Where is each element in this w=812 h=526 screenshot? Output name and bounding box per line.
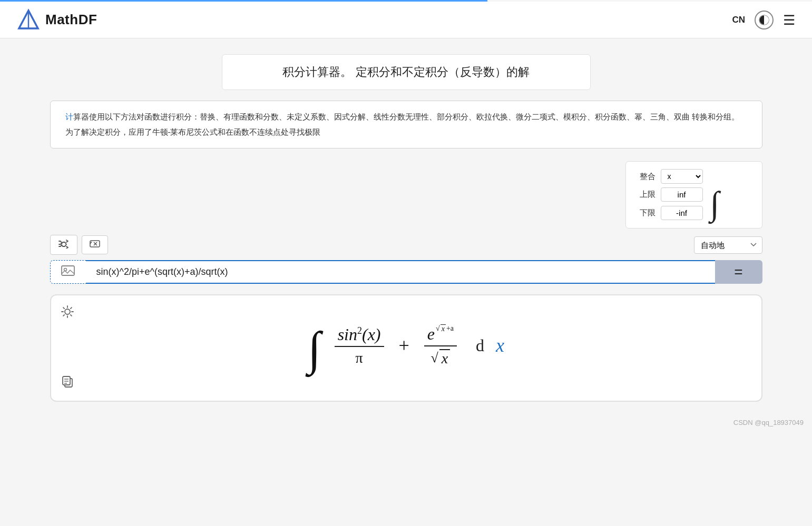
logo-text: MathDF — [45, 12, 97, 28]
sin-denominator: π — [353, 348, 366, 366]
svg-point-9 — [65, 309, 70, 314]
controls-area: 整合 x y t n 上限 下限 — [50, 161, 762, 229]
desc-text: 算器使用以下方法对函数进行积分：替换、有理函数和分数、未定义系数、因式分解、线性… — [65, 112, 739, 136]
limits-row: 上限 下限 ∫ — [637, 187, 751, 221]
result-settings-button[interactable] — [61, 305, 74, 322]
header-right: CN ☰ — [732, 11, 795, 29]
main-content: 积分计算器。 定积分和不定积分（反导数）的解 计算器使用以下方法对函数进行积分：… — [37, 38, 775, 414]
clear-icon — [90, 240, 100, 250]
expression-input[interactable] — [86, 260, 715, 284]
description-box: 计算器使用以下方法对函数进行积分：替换、有理函数和分数、未定义系数、因式分解、线… — [50, 101, 762, 148]
logo-icon — [17, 8, 40, 32]
upper-limit-row: 上限 — [637, 187, 703, 202]
clear-button[interactable] — [82, 235, 108, 254]
exp-denominator: √x — [428, 348, 454, 367]
shuffle-button[interactable] — [50, 235, 77, 255]
x-label: x — [496, 334, 504, 356]
expression-input-row: = — [50, 260, 762, 284]
calculate-button[interactable]: = — [715, 260, 762, 284]
copy-button[interactable] — [61, 374, 74, 391]
exp-fraction: e √x+a √x — [424, 324, 457, 367]
upper-limit-input[interactable] — [661, 187, 703, 202]
lower-limit-label: 下限 — [637, 208, 656, 218]
input-toolbar: 自动地 定积分 不定积分 — [50, 235, 762, 255]
header: MathDF CN ☰ — [0, 2, 812, 38]
page-title: 积分计算器。 定积分和不定积分（反导数）的解 — [222, 54, 591, 90]
integral-symbol: ∫ — [707, 187, 723, 221]
variable-select[interactable]: x y t n — [661, 169, 703, 184]
limits-col: 上限 下限 — [637, 187, 703, 220]
theme-icon — [759, 15, 769, 25]
image-icon — [61, 264, 75, 280]
desc-highlight: 计 — [65, 112, 73, 121]
lower-limit-row: 下限 — [637, 206, 703, 220]
integrate-label: 整合 — [637, 172, 656, 182]
exp-numerator: e √x+a — [424, 324, 457, 346]
lower-limit-input[interactable] — [661, 206, 703, 220]
variable-row: 整合 x y t n — [637, 169, 751, 184]
plus-sign: + — [394, 334, 415, 356]
large-integral-sign: ∫ — [308, 325, 321, 372]
d-label: d — [474, 336, 486, 355]
upper-limit-label: 上限 — [637, 190, 656, 200]
mode-select[interactable]: 自动地 定积分 不定积分 — [694, 236, 762, 254]
logo-area: MathDF — [17, 8, 97, 32]
lang-button[interactable]: CN — [732, 15, 745, 25]
svg-rect-7 — [62, 266, 74, 275]
menu-button[interactable]: ☰ — [783, 13, 795, 27]
footer-credit: CSDN @qq_18937049 — [0, 414, 812, 429]
sin-fraction: sin2(x) π — [335, 325, 384, 366]
integral-symbol-container: ∫ — [707, 187, 723, 221]
integral-settings: 整合 x y t n 上限 下限 — [625, 161, 762, 229]
math-result-display: ∫ sin2(x) π + e √x+a √x — [72, 311, 740, 380]
image-input-button[interactable] — [50, 260, 86, 284]
sin-numerator: sin2(x) — [335, 325, 384, 347]
mode-select-wrap: 自动地 定积分 不定积分 — [694, 236, 762, 254]
result-box: ∫ sin2(x) π + e √x+a √x — [50, 294, 762, 402]
theme-toggle[interactable] — [755, 11, 774, 29]
shuffle-icon — [58, 239, 70, 251]
